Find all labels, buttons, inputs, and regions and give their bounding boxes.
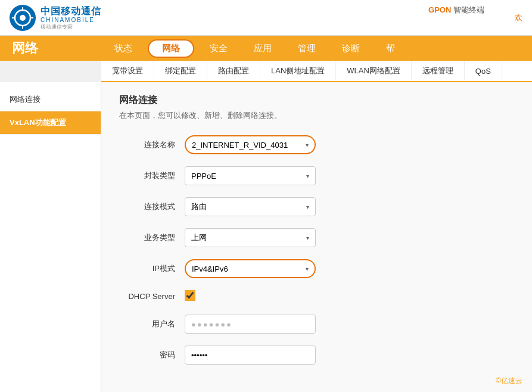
form-row-password: 密码: [119, 346, 514, 365]
chevron-down-icon: ▾: [306, 204, 309, 210]
sub-nav: 宽带设置 绑定配置 路由配置 LAN侧地址配置 WLAN网络配置 远程管理 Qo…: [101, 61, 532, 82]
username-input[interactable]: [185, 315, 316, 334]
sidebar: 网络连接 VxLAN功能配置: [0, 82, 101, 392]
nav-item-diag[interactable]: 诊断: [329, 36, 373, 61]
label-encap: 封装类型: [119, 170, 185, 181]
control-mode: 路由 ▾: [185, 197, 316, 216]
watermark-text: ©亿速云: [496, 377, 522, 385]
logo-en: CHINAMOBILE: [41, 17, 101, 24]
logo-area: 中国移动通信 CHINAMOBILE 移动通信专家: [10, 5, 101, 31]
nav-item-help[interactable]: 帮: [373, 36, 408, 61]
main-content: 网络连接 在本页面，您可以修改、新增、删除网络连接。 连接名称 2_INTERN…: [101, 82, 532, 392]
subnav-lan[interactable]: LAN侧地址配置: [260, 61, 336, 81]
watermark: ©亿速云: [496, 376, 522, 386]
select-encap[interactable]: PPPoE ▾: [185, 166, 316, 185]
sidebar-item-vxlan[interactable]: VxLAN功能配置: [0, 111, 101, 135]
logo-cn: 中国移动通信: [41, 5, 101, 17]
nav-bar: 网络 状态 网络 安全 应用 管理 诊断 帮: [0, 36, 532, 61]
form-row-mode: 连接模式 路由 ▾: [119, 197, 514, 216]
chevron-down-icon: ▾: [306, 266, 309, 272]
nav-section-title: 网络: [0, 36, 101, 61]
page-title: 网络连接: [119, 94, 514, 107]
logo-sub: 移动通信专家: [41, 24, 101, 30]
label-service-type: 业务类型: [119, 232, 185, 243]
form-row-service-type: 业务类型 上网 ▾: [119, 228, 514, 247]
form-row-encap: 封装类型 PPPoE ▾: [119, 166, 514, 185]
label-dhcp: DHCP Server: [119, 292, 185, 301]
dhcp-checkbox[interactable]: [185, 290, 195, 301]
page-desc: 在本页面，您可以修改、新增、删除网络连接。: [119, 110, 514, 121]
nav-item-app[interactable]: 应用: [241, 36, 285, 61]
subnav-wlan[interactable]: WLAN网络配置: [336, 61, 412, 81]
subnav-broadband[interactable]: 宽带设置: [101, 61, 154, 81]
header: 中国移动通信 CHINAMOBILE 移动通信专家 GPON 智能终端 欢: [0, 0, 532, 36]
chevron-down-icon: ▾: [306, 235, 309, 241]
gpon-label: GPON: [428, 5, 451, 14]
subnav-qos[interactable]: QoS: [465, 61, 502, 81]
nav-items: 状态 网络 安全 应用 管理 诊断 帮: [101, 36, 408, 61]
welcome-text: 欢: [515, 13, 522, 23]
select-connection-name[interactable]: 2_INTERNET_R_VID_4031 ▾: [185, 135, 316, 154]
logo-icon: [10, 5, 36, 31]
password-input[interactable]: [185, 346, 316, 365]
logo-text: 中国移动通信 CHINAMOBILE 移动通信专家: [41, 5, 101, 30]
control-dhcp: [185, 290, 195, 303]
nav-item-network[interactable]: 网络: [148, 39, 194, 58]
label-ip-mode: IP模式: [119, 263, 185, 274]
nav-item-security[interactable]: 安全: [197, 36, 241, 61]
nav-item-manage[interactable]: 管理: [285, 36, 329, 61]
subnav-bind[interactable]: 绑定配置: [154, 61, 207, 81]
form-row-dhcp: DHCP Server: [119, 290, 514, 303]
control-ip-mode: IPv4&IPv6 ▾: [185, 259, 316, 278]
label-connection-name: 连接名称: [119, 139, 185, 150]
form-row-ip-mode: IP模式 IPv4&IPv6 ▾: [119, 259, 514, 278]
chevron-down-icon: ▾: [306, 142, 309, 148]
chevron-down-icon: ▾: [306, 173, 309, 179]
form-row-username: 用户名: [119, 315, 514, 334]
content-wrapper: 网络连接 VxLAN功能配置 网络连接 在本页面，您可以修改、新增、删除网络连接…: [0, 82, 532, 392]
sidebar-item-network-conn[interactable]: 网络连接: [0, 88, 101, 111]
select-mode[interactable]: 路由 ▾: [185, 197, 316, 216]
label-username: 用户名: [119, 319, 185, 329]
control-encap: PPPoE ▾: [185, 166, 316, 185]
label-mode: 连接模式: [119, 201, 185, 212]
nav-item-status[interactable]: 状态: [101, 36, 145, 61]
control-password: [185, 346, 316, 365]
subnav-route[interactable]: 路由配置: [207, 61, 260, 81]
form-row-connection-name: 连接名称 2_INTERNET_R_VID_4031 ▾: [119, 135, 514, 154]
control-username: [185, 315, 316, 334]
select-ip-mode[interactable]: IPv4&IPv6 ▾: [185, 259, 316, 278]
control-service-type: 上网 ▾: [185, 228, 316, 247]
subnav-remote[interactable]: 远程管理: [412, 61, 465, 81]
gpon-badge: GPON 智能终端: [428, 5, 484, 15]
gpon-sub: 智能终端: [453, 5, 484, 14]
svg-point-2: [20, 15, 26, 21]
select-service-type[interactable]: 上网 ▾: [185, 228, 316, 247]
control-connection-name: 2_INTERNET_R_VID_4031 ▾: [185, 135, 316, 154]
label-password: 密码: [119, 350, 185, 360]
